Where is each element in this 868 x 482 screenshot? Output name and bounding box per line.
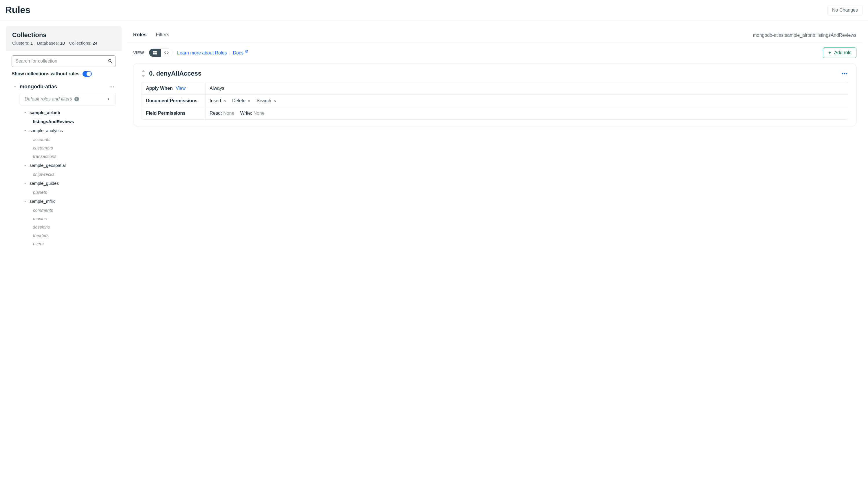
main-content: Roles Filters mongodb-atlas:sample_airbn… [127, 26, 862, 252]
chevron-down-icon [23, 199, 27, 203]
stat-collections-value: 24 [93, 40, 98, 46]
more-icon[interactable] [109, 84, 115, 90]
doc-perms-label: Document Permissions [142, 95, 206, 107]
svg-point-0 [110, 86, 111, 87]
database-row[interactable]: sample_guides [11, 178, 116, 188]
view-toggle [149, 49, 173, 57]
permission-item: Delete [232, 98, 251, 103]
view-grid-button[interactable] [149, 49, 161, 57]
docs-link[interactable]: Docs [233, 51, 248, 55]
apply-when-value: Always [206, 82, 848, 94]
x-icon [273, 99, 277, 102]
chevron-down-icon [23, 129, 27, 133]
toggle-label: Show collections without rules [11, 71, 80, 77]
svg-rect-3 [153, 51, 155, 53]
database-name: sample_airbnb [30, 110, 60, 115]
svg-rect-4 [155, 51, 156, 53]
chevron-down-icon [23, 181, 27, 185]
svg-rect-6 [155, 53, 156, 55]
search-icon[interactable] [108, 59, 113, 64]
chevron-right-icon [106, 96, 111, 102]
collection-row[interactable]: transactions [11, 152, 116, 160]
permission-label: Delete [232, 98, 246, 103]
view-label: VIEW [133, 51, 144, 55]
collections-stats: Clusters:1 Databases:10 Collections:24 [12, 40, 115, 46]
show-collections-toggle[interactable] [83, 71, 92, 77]
reorder-arrows[interactable] [142, 70, 145, 77]
svg-point-12 [846, 73, 847, 74]
permission-item: Insert [210, 98, 226, 103]
datasource-name: mongodb-atlas [20, 84, 57, 90]
read-label: Read: [210, 111, 222, 116]
database-name: sample_mflix [30, 199, 55, 204]
chevron-down-icon [23, 163, 27, 168]
role-card: 0. denyAllAccess Apply When View Always … [133, 63, 857, 126]
learn-more-link[interactable]: Learn more about Roles [177, 51, 227, 55]
apply-when-view-link[interactable]: View [176, 86, 186, 91]
collection-row[interactable]: theaters [11, 231, 116, 240]
svg-point-11 [844, 73, 845, 74]
tab-roles[interactable]: Roles [133, 28, 147, 42]
stat-clusters-label: Clusters: [12, 40, 29, 46]
database-row[interactable]: sample_analytics [11, 126, 116, 135]
write-value: None [253, 111, 264, 116]
breadcrumb: mongodb-atlas:sample_airbnb:listingsAndR… [753, 33, 857, 38]
apply-when-label: Apply When [146, 86, 173, 91]
collection-row[interactable]: listingsAndReviews [11, 117, 116, 126]
stat-clusters-value: 1 [30, 40, 33, 46]
default-roles-row[interactable]: Default roles and filters i [20, 93, 116, 106]
field-perms-value: Read: None Write: None [206, 107, 848, 119]
add-role-label: Add role [834, 50, 851, 55]
svg-point-10 [842, 73, 843, 74]
collection-row[interactable]: users [11, 240, 116, 248]
database-name: sample_analytics [30, 128, 63, 133]
page-title: Rules [5, 5, 30, 16]
collection-row[interactable]: shipwrecks [11, 170, 116, 178]
database-row[interactable]: sample_geospatial [11, 160, 116, 170]
collection-row[interactable]: sessions [11, 223, 116, 231]
svg-point-1 [111, 86, 112, 87]
collection-row[interactable]: customers [11, 144, 116, 152]
field-perms-label: Field Permissions [142, 107, 206, 119]
role-table: Apply When View Always Document Permissi… [142, 82, 848, 120]
collections-header: Collections Clusters:1 Databases:10 Coll… [6, 26, 122, 51]
stat-collections-label: Collections: [69, 40, 92, 46]
add-role-button[interactable]: Add role [823, 48, 857, 58]
search-input[interactable] [11, 55, 116, 67]
external-link-icon [245, 50, 248, 53]
collection-row[interactable]: comments [11, 206, 116, 214]
chevron-down-icon [23, 111, 27, 115]
docs-label: Docs [233, 51, 244, 55]
datasource-row[interactable]: mongodb-atlas [11, 81, 116, 93]
no-changes-button: No Changes [827, 5, 863, 16]
arrow-up-icon[interactable] [142, 70, 145, 72]
database-name: sample_guides [30, 181, 59, 186]
separator: | [229, 51, 230, 55]
permission-item: Search [256, 98, 277, 103]
doc-perms-value: InsertDeleteSearch [206, 95, 848, 107]
arrow-down-icon[interactable] [142, 75, 145, 77]
sidebar: Collections Clusters:1 Databases:10 Coll… [6, 26, 122, 252]
view-code-button[interactable] [161, 49, 172, 57]
plus-icon [828, 51, 832, 55]
permission-label: Insert [210, 98, 221, 103]
default-roles-label: Default roles and filters [25, 96, 72, 102]
svg-point-2 [113, 86, 114, 87]
info-icon: i [74, 97, 79, 101]
write-label: Write: [240, 111, 252, 116]
stat-databases-value: 10 [60, 40, 65, 46]
tab-filters[interactable]: Filters [156, 28, 169, 42]
database-row[interactable]: sample_airbnb [11, 108, 116, 117]
collection-row[interactable]: accounts [11, 135, 116, 144]
database-row[interactable]: sample_mflix [11, 197, 116, 206]
role-menu-icon[interactable] [841, 70, 848, 77]
role-name: 0. denyAllAccess [149, 70, 202, 77]
collection-row[interactable]: planets [11, 188, 116, 197]
database-name: sample_geospatial [30, 163, 66, 168]
svg-line-7 [247, 50, 248, 52]
x-icon [223, 99, 226, 102]
collection-row[interactable]: movies [11, 214, 116, 223]
chevron-down-icon [13, 85, 18, 89]
stat-databases-label: Databases: [37, 40, 59, 46]
collections-title: Collections [12, 31, 115, 39]
